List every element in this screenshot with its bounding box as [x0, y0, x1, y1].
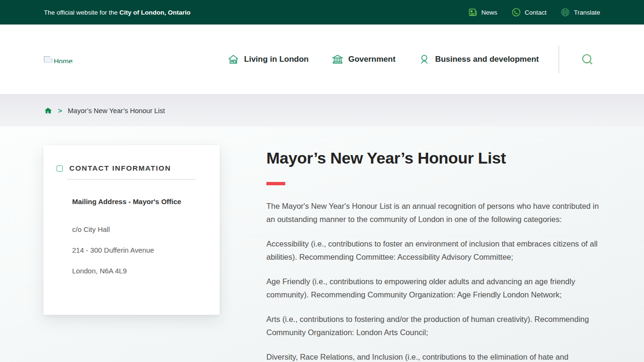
breadcrumb-chevron: > — [58, 107, 62, 115]
article-paragraph: Accessibility (i.e., contributions to fo… — [266, 237, 602, 263]
top-utility-bar: The official website for the City of Lon… — [0, 0, 644, 25]
article: Mayor’s New Year’s Honour List The Mayor… — [266, 145, 602, 362]
mailing-address-title: Mailing Address - Mayor's Office — [72, 197, 206, 206]
breadcrumb-home-link[interactable] — [44, 107, 52, 115]
home-icon — [44, 107, 52, 115]
address-line: 214 - 300 Dufferin Avenue — [72, 245, 206, 255]
logo-alt-text: Home — [54, 56, 73, 63]
newspaper-icon — [468, 8, 478, 17]
breadcrumb-current-page: Mayor’s New Year’s Honour List — [68, 107, 165, 115]
article-paragraph: The Mayor's New Year's Honour List is an… — [266, 199, 602, 226]
magnifier-icon — [580, 52, 595, 67]
phone-icon — [512, 8, 521, 17]
contact-link[interactable]: Contact — [512, 8, 547, 17]
site-tagline: The official website for the City of Lon… — [44, 9, 190, 16]
article-paragraph: Age Friendly (i.e., contributions to emp… — [266, 275, 602, 301]
page-title: Mayor’s New Year’s Honour List — [266, 148, 602, 168]
article-paragraph: Diversity, Race Relations, and Inclusion… — [266, 350, 602, 362]
address-line: c/o City Hall — [72, 224, 206, 235]
nav-government[interactable]: Government — [331, 53, 396, 66]
search-button[interactable] — [578, 50, 597, 69]
address-line: London, N6A 4L9 — [72, 266, 206, 276]
topbar-links: News Contact Translate — [468, 8, 600, 17]
person-icon — [418, 53, 430, 66]
square-bullet-icon — [57, 165, 63, 172]
nav-living-in-london[interactable]: Living in London — [227, 53, 309, 66]
contact-card-body: Mailing Address - Mayor's Office c/o Cit… — [43, 180, 220, 276]
government-building-icon — [331, 53, 344, 66]
globe-icon — [561, 8, 570, 17]
news-link[interactable]: News — [468, 8, 497, 17]
contact-information-card: CONTACT INFORMATION Mailing Address - Ma… — [43, 145, 220, 315]
house-icon — [227, 53, 239, 66]
home-logo-broken-image[interactable]: Home — [44, 56, 73, 63]
title-accent-bar — [266, 182, 285, 185]
main-navigation: Living in London Government — [227, 53, 539, 66]
translate-link[interactable]: Translate — [561, 8, 600, 17]
breadcrumb: > Mayor’s New Year’s Honour List — [0, 94, 644, 126]
nav-business-and-development[interactable]: Business and development — [418, 53, 539, 66]
page-content: CONTACT INFORMATION Mailing Address - Ma… — [0, 126, 644, 362]
broken-image-icon — [44, 56, 52, 63]
article-paragraph: Arts (i.e., contributions to fostering a… — [266, 313, 602, 339]
header-divider — [559, 46, 559, 73]
contact-card-title: CONTACT INFORMATION — [69, 164, 171, 173]
site-header: Home Living in London — [0, 25, 644, 94]
contact-card-header: CONTACT INFORMATION — [43, 157, 220, 173]
